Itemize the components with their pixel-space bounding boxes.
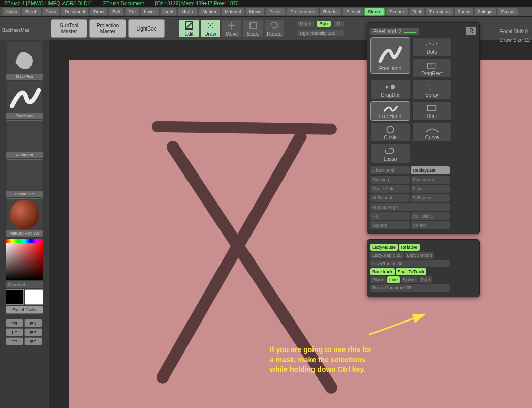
menu-texture[interactable]: Texture [386,8,408,16]
menu-transform[interactable]: Transform [425,8,453,16]
stroke-tile-dragdot[interactable]: DragDot [370,80,410,99]
menu-draw[interactable]: Draw [90,8,108,16]
menu-file[interactable]: File [125,8,140,16]
view-bt-button[interactable]: BT [24,337,42,345]
stroke-tile-lasso[interactable]: Lasso [370,144,410,163]
menu-material[interactable]: Material [221,8,244,16]
view-bk-button[interactable]: BK [24,319,42,327]
lazy-lazyradius-30[interactable]: LazyRadius 30 [370,260,450,267]
lazy-spline[interactable]: Spline [401,276,418,283]
prop-flow[interactable]: Flow [411,185,450,193]
lazy-track-curvature-35[interactable]: Track Curvature 35 [370,284,450,292]
subtool-master-button[interactable]: SubTool Master [51,19,87,38]
lazy-line[interactable]: Line [387,276,400,283]
menu-brush[interactable]: Brush [22,8,41,16]
scale-mode-button[interactable]: Scale [243,19,263,38]
edit-mode-button[interactable]: Edit [179,19,199,38]
color-white-swatch[interactable] [25,289,43,305]
hue-bar[interactable] [6,239,43,243]
stroke-tile-spray[interactable]: Spray [412,80,452,99]
menu-movie[interactable]: Movie [245,8,265,16]
view-lf-button[interactable]: LF [6,328,23,336]
brush-label: MaskPen [6,74,43,79]
draw-mode-button[interactable]: Draw [200,19,221,38]
prop-scale-color[interactable]: Scale Color [370,185,410,193]
lazy-backtrack[interactable]: Backtrack [370,268,395,275]
menu-marker[interactable]: Marker [199,8,220,16]
lazy-lazystep-0-25[interactable]: LazyStep 0.25 [370,252,404,259]
rgb-button[interactable]: Rgb [317,21,331,27]
prop-placement[interactable]: Placement [411,176,450,184]
menu-zoom[interactable]: Zoom [454,8,473,16]
lazy-relative[interactable]: Relative [399,244,420,251]
projection-master-button[interactable]: Projection Master [89,19,126,38]
menu-macro[interactable]: Macro [178,8,198,16]
mrgb-button[interactable]: Mrgb [297,21,314,27]
doc-title: ZBrush Document [103,1,144,7]
gradient-button[interactable]: Gradient [6,281,43,288]
lazy-mouse-panel: LazyMouseRelativeLazyStep 0.25LazySmooth… [367,239,480,297]
alpha-swatch[interactable]: Alpha Off [6,120,43,158]
texture-swatch[interactable]: Texture Off [6,159,43,197]
prop-center[interactable]: Center [411,221,450,229]
menu-tool[interactable]: Tool [409,8,425,16]
stroke-tile-curve[interactable]: Curve [412,123,452,142]
stroke-tile-freehand[interactable]: FreeHand [370,37,410,74]
stroke-tile-circle[interactable]: Circle [370,123,410,142]
view-tp-button[interactable]: TP [6,337,23,345]
focal-shift-slider[interactable]: Focal Shift 0 [500,28,530,34]
switch-color-button[interactable]: SwitchColor [6,306,43,314]
prop-directional[interactable]: Directional [370,166,410,174]
view-rt-button[interactable]: RT [24,328,42,336]
menu-zscript[interactable]: Zscript [497,8,518,16]
view-fr-button[interactable]: FR [6,319,23,327]
menu-render[interactable]: Render [320,8,342,16]
prop-square[interactable]: Square [370,221,410,229]
rotate-mode-button[interactable]: Rotate [264,19,285,38]
stroke-tile-dots[interactable]: Dots [412,37,452,56]
svg-point-13 [433,43,434,45]
draw-size-slider[interactable]: Draw Size 12 [500,37,530,43]
prop-mouse-avg-4[interactable]: Mouse Avg 4 [370,203,450,211]
prop-roll[interactable]: Roll [370,212,410,220]
color-picker[interactable] [6,243,43,280]
stroke-tile-dragrect[interactable]: DragRect [412,59,452,78]
rgb-intensity-slider[interactable]: Rgb Intensity 100 [297,30,344,36]
lazy-lazymouse[interactable]: LazyMouse [370,244,398,251]
svg-point-5 [212,27,213,28]
menu-light[interactable]: Light [160,8,177,16]
prop-replaylast[interactable]: ReplayLast [411,166,450,174]
lazy-snaptotrack[interactable]: SnapToTrack [396,268,427,275]
move-mode-button[interactable]: Move [222,19,242,38]
menu-color[interactable]: Color [42,8,60,16]
stroke-swatch-freehand[interactable]: FreeHand [6,81,43,119]
material-swatch[interactable]: MatCap Red Wa [6,198,43,237]
lazy-plane[interactable]: Plane [370,276,386,283]
m-button[interactable]: M [334,21,344,27]
reset-button[interactable]: R [466,27,476,35]
prop-roll-dist-1[interactable]: Roll Dist 1 [411,212,450,220]
lightbox-button[interactable]: LightBox [128,19,165,38]
prop-s-repeat[interactable]: S Repeat [411,194,450,202]
menu-document[interactable]: Document [61,8,89,16]
svg-point-22 [436,88,437,89]
stroke-tile-freehand[interactable]: FreeHand [370,101,410,121]
menu-picker[interactable]: Picker [266,8,286,16]
stroke-tile-rect[interactable]: Rect [412,101,452,121]
backface-mask-label[interactable]: BackfaceMas [0,25,32,35]
menu-stencil[interactable]: Stencil [342,8,363,16]
menu-stroke[interactable]: Stroke [364,8,385,16]
brush-swatch-maskpen[interactable]: MaskPen [6,42,43,80]
prop-m-repeat[interactable]: M Repeat [370,194,410,202]
menu-layer[interactable]: Layer [140,8,159,16]
color-black-swatch[interactable] [6,289,24,305]
inventory-header[interactable]: Inventory [384,311,405,317]
menu-edit[interactable]: Edit [109,8,124,16]
menu-preferences[interactable]: Preferences [287,8,319,16]
prop-spacing[interactable]: Spacing [370,176,410,184]
svg-point-19 [431,87,432,88]
lazy-lazysmooth[interactable]: LazySmooth [405,252,434,259]
lazy-path[interactable]: Path [419,276,432,283]
menu-zplugin[interactable]: Zplugin [474,8,496,16]
menu-alpha[interactable]: Alpha [2,8,21,16]
